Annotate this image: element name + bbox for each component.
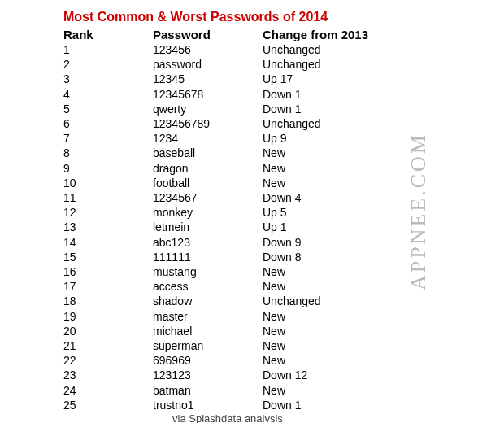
cell-change: Down 1 xyxy=(263,87,425,102)
cell-rank: 16 xyxy=(63,264,153,279)
table-row: 111234567Down 4 xyxy=(63,190,504,205)
table-row: 8baseballNew xyxy=(63,146,504,160)
header-password: Password xyxy=(153,28,263,41)
cell-rank: 18 xyxy=(63,294,153,308)
cell-rank: 1 xyxy=(63,42,153,57)
cell-password: 111111 xyxy=(153,250,263,264)
cell-rank: 4 xyxy=(63,87,153,102)
cell-password: 12345 xyxy=(153,72,263,86)
cell-password: superman xyxy=(153,338,263,353)
cell-change: Down 1 xyxy=(263,398,425,412)
cell-password: access xyxy=(153,279,263,294)
table-row: 12monkeyUp 5 xyxy=(63,205,504,220)
cell-change: Unchanged xyxy=(263,57,425,72)
cell-password: baseball xyxy=(153,146,263,160)
table-row: 6123456789Unchanged xyxy=(63,116,504,131)
cell-rank: 8 xyxy=(63,146,153,160)
cell-change: New xyxy=(263,279,425,294)
cell-change: Up 1 xyxy=(263,220,425,234)
cell-change: Unchanged xyxy=(263,42,425,57)
cell-password: 123123 xyxy=(153,368,263,382)
cell-rank: 7 xyxy=(63,131,153,146)
cell-rank: 2 xyxy=(63,57,153,72)
cell-password: qwerty xyxy=(153,102,263,116)
cell-change: Up 5 xyxy=(263,205,425,220)
cell-rank: 25 xyxy=(63,398,153,412)
source-footer: via Splashdata analysis xyxy=(63,412,504,423)
table-row: 1123456Unchanged xyxy=(63,42,504,57)
table-row: 10footballNew xyxy=(63,176,504,190)
cell-change: Unchanged xyxy=(263,294,425,308)
table-row: 412345678Down 1 xyxy=(63,87,504,102)
cell-password: 1234 xyxy=(153,131,263,146)
cell-password: 696969 xyxy=(153,353,263,368)
cell-change: New xyxy=(263,161,425,176)
cell-change: Up 9 xyxy=(263,131,425,146)
cell-change: Unchanged xyxy=(263,116,425,131)
cell-change: Down 9 xyxy=(263,235,425,250)
cell-rank: 21 xyxy=(63,338,153,353)
cell-rank: 15 xyxy=(63,250,153,264)
table-row: 5qwertyDown 1 xyxy=(63,102,504,116)
cell-rank: 6 xyxy=(63,116,153,131)
table-row: 22696969New xyxy=(63,353,504,368)
page-title: Most Common & Worst Passwords of 2014 xyxy=(63,10,504,24)
cell-change: Down 4 xyxy=(263,190,425,205)
cell-rank: 11 xyxy=(63,190,153,205)
table-row: 21supermanNew xyxy=(63,338,504,353)
table-row: 23123123Down 12 xyxy=(63,368,504,382)
table-row: 18shadowUnchanged xyxy=(63,294,504,308)
table-row: 20michaelNew xyxy=(63,324,504,338)
cell-password: trustno1 xyxy=(153,398,263,412)
cell-password: batman xyxy=(153,383,263,398)
cell-rank: 9 xyxy=(63,161,153,176)
cell-password: password xyxy=(153,57,263,72)
cell-password: shadow xyxy=(153,294,263,308)
cell-change: Down 12 xyxy=(263,368,425,382)
table-row: 14abc123Down 9 xyxy=(63,235,504,250)
table-row: 9dragonNew xyxy=(63,161,504,176)
cell-rank: 24 xyxy=(63,383,153,398)
cell-rank: 19 xyxy=(63,309,153,324)
cell-rank: 3 xyxy=(63,72,153,86)
table-header-row: Rank Password Change from 2013 xyxy=(63,28,504,41)
cell-password: football xyxy=(153,176,263,190)
cell-change: New xyxy=(263,309,425,324)
cell-rank: 13 xyxy=(63,220,153,234)
cell-change: New xyxy=(263,146,425,160)
cell-password: letmein xyxy=(153,220,263,234)
cell-change: Down 8 xyxy=(263,250,425,264)
cell-rank: 22 xyxy=(63,353,153,368)
header-change: Change from 2013 xyxy=(263,28,425,41)
cell-rank: 12 xyxy=(63,205,153,220)
cell-change: New xyxy=(263,324,425,338)
table-row: 17accessNew xyxy=(63,279,504,294)
cell-change: New xyxy=(263,383,425,398)
cell-password: master xyxy=(153,309,263,324)
cell-password: 1234567 xyxy=(153,190,263,205)
table-body: 1123456Unchanged2passwordUnchanged312345… xyxy=(63,42,504,412)
cell-password: mustang xyxy=(153,264,263,279)
cell-password: monkey xyxy=(153,205,263,220)
cell-rank: 23 xyxy=(63,368,153,382)
table-row: 312345Up 17 xyxy=(63,72,504,86)
cell-rank: 20 xyxy=(63,324,153,338)
cell-change: Up 17 xyxy=(263,72,425,86)
header-rank: Rank xyxy=(63,28,153,41)
cell-change: New xyxy=(263,353,425,368)
cell-change: Down 1 xyxy=(263,102,425,116)
cell-password: 123456 xyxy=(153,42,263,57)
cell-change: New xyxy=(263,176,425,190)
cell-change: New xyxy=(263,338,425,353)
cell-password: dragon xyxy=(153,161,263,176)
cell-rank: 5 xyxy=(63,102,153,116)
cell-password: michael xyxy=(153,324,263,338)
cell-rank: 14 xyxy=(63,235,153,250)
table-row: 71234Up 9 xyxy=(63,131,504,146)
cell-change: New xyxy=(263,264,425,279)
table-row: 16mustangNew xyxy=(63,264,504,279)
watermark: APPNEE.COM xyxy=(406,133,431,290)
table-row: 13letmeinUp 1 xyxy=(63,220,504,234)
table-row: 2passwordUnchanged xyxy=(63,57,504,72)
cell-password: abc123 xyxy=(153,235,263,250)
